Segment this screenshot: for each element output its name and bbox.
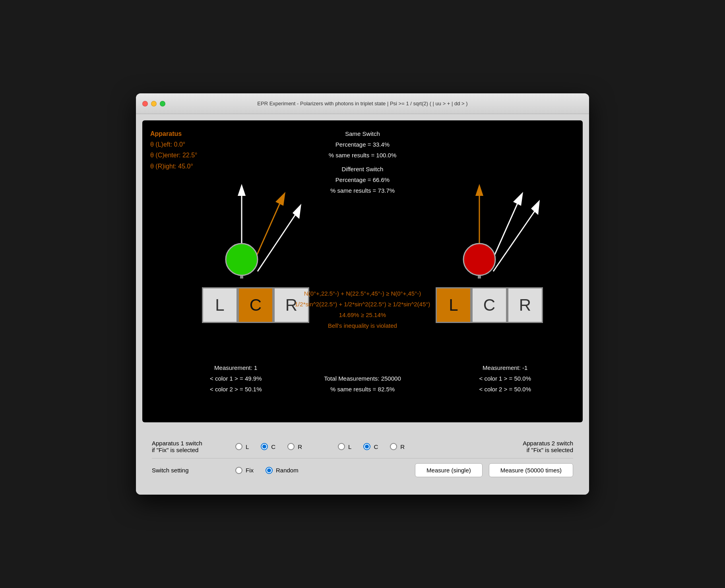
app1-radio-R[interactable]: R: [287, 443, 302, 450]
window-title: EPR Experiment - Polarizers with photons…: [257, 101, 467, 106]
bell-section: N(0°+,22.5°-) + N(22.5°+,45°-) ≥ N(0°+,4…: [295, 288, 430, 331]
theta-center: θ (C)enter: 22.5°: [150, 150, 197, 161]
left-switch-boxes: L C R: [202, 287, 309, 323]
app2-radio-C-btn[interactable]: [363, 443, 370, 450]
measure-single-button[interactable]: Measure (single): [415, 463, 483, 477]
measurement-center: Total Measurements: 250000 % same result…: [324, 373, 401, 395]
svg-marker-13: [531, 200, 540, 215]
app1-radio-R-btn[interactable]: [287, 443, 295, 450]
app1-label-C: C: [271, 443, 275, 450]
bell-line4: Bell's inequality is violated: [295, 320, 430, 331]
svg-marker-11: [513, 192, 523, 206]
different-switch-label: Different Switch: [329, 164, 397, 174]
app1-radio-L-btn[interactable]: [235, 443, 242, 450]
app2-radio-R-btn[interactable]: [390, 443, 397, 450]
app1-radio-C-btn[interactable]: [261, 443, 268, 450]
app1-radio-C[interactable]: C: [261, 443, 275, 450]
bell-line1: N(0°+,22.5°-) + N(22.5°+,45°-) ≥ N(0°+,4…: [295, 288, 430, 299]
switch-random-radio[interactable]: Random: [266, 467, 299, 474]
app2-radio-L[interactable]: L: [338, 443, 351, 450]
apparatus-switch-row: Apparatus 1 switchif "Fix" is selected L…: [152, 435, 573, 458]
meas-left-line3: < color 2 > = 50.1%: [210, 384, 262, 395]
same-switch-label: Same Switch: [329, 128, 397, 139]
switch-fix-btn[interactable]: [235, 467, 242, 474]
left-box-L[interactable]: L: [202, 287, 238, 323]
apparatus-info: Apparatus θ (L)eft: 0.0° θ (C)enter: 22.…: [150, 128, 197, 172]
theta-right: θ (R)ight: 45.0°: [150, 161, 197, 172]
app1-label-R: R: [298, 443, 302, 450]
svg-line-4: [258, 212, 297, 271]
switch-setting-label: Switch setting: [152, 467, 235, 474]
bell-line2: 1/2*sin^2(22.5°) + 1/2*sin^2(22.5°) ≥ 1/…: [295, 299, 430, 309]
app2-radio-C[interactable]: C: [363, 443, 378, 450]
switch-fix-label: Fix: [246, 467, 254, 474]
meas-right-line3: < color 2 > = 50.0%: [479, 384, 531, 395]
measure-multiple-button[interactable]: Measure (50000 times): [489, 463, 573, 477]
bell-line3: 14.69% ≥ 25.14%: [295, 309, 430, 320]
right-box-C[interactable]: C: [471, 287, 507, 323]
apparatus1-label: Apparatus 1 switchif "Fix" is selected: [152, 440, 235, 453]
measurement-right: Measurement: -1 < color 1 > = 50.0% < co…: [479, 362, 531, 395]
meas-left-line1: Measurement: 1: [210, 362, 262, 373]
different-switch-percentage: Percentage = 66.6%: [329, 174, 397, 185]
left-box-C[interactable]: C: [238, 287, 273, 323]
switch-setting-row: Switch setting Fix Random Measure (singl…: [152, 458, 573, 482]
close-button[interactable]: [142, 101, 148, 106]
left-apparatus-svg: [198, 160, 309, 303]
different-switch-results: % same results = 73.7%: [329, 185, 397, 196]
theta-left: θ (L)eft: 0.0°: [150, 139, 197, 150]
svg-point-7: [226, 244, 258, 275]
traffic-lights: [142, 101, 165, 106]
app1-radio-L[interactable]: L: [235, 443, 249, 450]
controls: Apparatus 1 switchif "Fix" is selected L…: [142, 429, 583, 488]
main-window: EPR Experiment - Polarizers with photons…: [136, 93, 589, 495]
svg-marker-1: [238, 184, 246, 196]
stats-center: Same Switch Percentage = 33.4% % same re…: [329, 128, 397, 196]
right-box-R[interactable]: R: [507, 287, 543, 323]
app2-label-L: L: [348, 443, 351, 450]
app2-label-R: R: [400, 443, 405, 450]
switch-random-label: Random: [276, 467, 299, 474]
meas-right-line2: < color 1 > = 50.0%: [479, 373, 531, 384]
right-apparatus-svg: [432, 160, 543, 303]
app2-radio-R[interactable]: R: [390, 443, 405, 450]
app2-label-C: C: [374, 443, 378, 450]
switch-fix-radio[interactable]: Fix: [235, 467, 254, 474]
titlebar: EPR Experiment - Polarizers with photons…: [136, 93, 589, 114]
same-switch-results: % same results = 100.0%: [329, 150, 397, 161]
svg-line-12: [493, 208, 537, 271]
minimize-button[interactable]: [151, 101, 157, 106]
svg-marker-9: [475, 184, 483, 196]
apparatus-title: Apparatus: [150, 128, 197, 139]
svg-point-15: [463, 244, 495, 275]
measurement-left: Measurement: 1 < color 1 > = 49.9% < col…: [210, 362, 262, 395]
same-switch-percentage: Percentage = 33.4%: [329, 139, 397, 150]
meas-left-line2: < color 1 > = 49.9%: [210, 373, 262, 384]
meas-right-line1: Measurement: -1: [479, 362, 531, 373]
app1-label-L: L: [246, 443, 249, 450]
main-content: Apparatus θ (L)eft: 0.0° θ (C)enter: 22.…: [136, 114, 589, 495]
canvas-area: Apparatus θ (L)eft: 0.0° θ (C)enter: 22.…: [142, 120, 583, 422]
meas-center-line1: Total Measurements: 250000: [324, 373, 401, 384]
app2-radio-L-btn[interactable]: [338, 443, 345, 450]
maximize-button[interactable]: [160, 101, 165, 106]
right-box-L[interactable]: L: [436, 287, 471, 323]
apparatus2-label: Apparatus 2 switchif "Fix" is selected: [490, 440, 573, 453]
switch-random-btn[interactable]: [266, 467, 273, 474]
meas-center-line2: % same results = 82.5%: [324, 384, 401, 395]
right-switch-boxes: L C R: [436, 287, 543, 323]
svg-marker-3: [275, 192, 285, 206]
